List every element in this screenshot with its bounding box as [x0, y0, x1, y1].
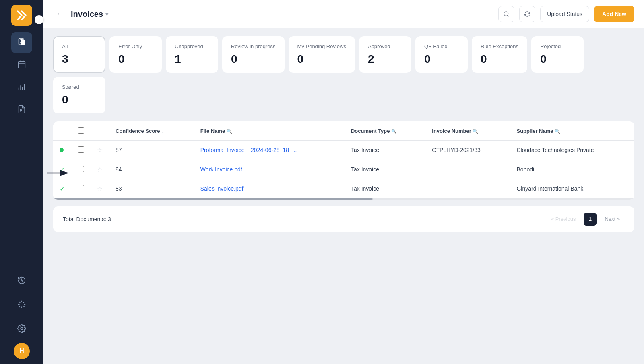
page-content: All 3 Error Only 0 Unapproved 1 Review i…: [43, 28, 644, 364]
row-invoice-2: [425, 179, 510, 198]
sidebar-item-documents[interactable]: [11, 32, 32, 53]
row-filename-1[interactable]: Work Invoice.pdf: [194, 160, 345, 179]
status-card-review-in-progress[interactable]: Review in progress 0: [222, 36, 285, 73]
next-page-button[interactable]: Next »: [600, 214, 625, 224]
status-card-count-unapproved: 1: [175, 53, 209, 66]
table-scrollbar[interactable]: [53, 198, 634, 200]
previous-page-button[interactable]: « Previous: [546, 214, 580, 224]
row-supplier-0: Cloudace Technologies Private: [510, 140, 634, 160]
status-card-label-unapproved: Unapproved: [175, 43, 209, 50]
pagination-bar: Total Documents: 3 « Previous 1 Next »: [53, 206, 634, 232]
row-filename-2[interactable]: Sales Invoice.pdf: [194, 179, 345, 198]
sidebar-toggle[interactable]: ›: [35, 15, 43, 24]
status-card-label-approved: Approved: [368, 43, 402, 50]
status-card-qb-failed[interactable]: QB Failed 0: [415, 36, 468, 73]
history-icon: [17, 276, 26, 286]
row-checkbox-2[interactable]: [78, 185, 84, 191]
status-check-icon: ✓: [60, 185, 65, 192]
table-row[interactable]: ✓ ☆ 84 Work Invoice.pdf Tax Invoice Bopo…: [53, 160, 634, 179]
row-status-cell: ✓: [53, 179, 71, 198]
upload-status-button[interactable]: Upload Status: [540, 6, 589, 22]
star-icon-2[interactable]: ☆: [97, 185, 103, 192]
col-star-header: [91, 121, 109, 141]
sidebar-bottom: H: [11, 271, 32, 359]
calendar-icon: [17, 60, 26, 71]
svg-point-4: [504, 12, 508, 16]
refresh-button[interactable]: [519, 6, 535, 22]
status-card-count-rejected: 0: [540, 53, 575, 66]
row-checkbox-1[interactable]: [78, 166, 84, 172]
status-card-count-qb-failed: 0: [424, 53, 459, 66]
filename-filter-icon[interactable]: 🔍: [227, 129, 232, 134]
status-card-label-starred: Starred: [62, 84, 97, 91]
sidebar-item-pdf[interactable]: [11, 100, 32, 121]
row-star-cell: ☆: [91, 179, 109, 198]
row-arrow-indicator: [47, 169, 72, 177]
col-confidence-header: Confidence Score ↓: [109, 121, 194, 141]
status-card-rejected[interactable]: Rejected 0: [531, 36, 584, 73]
status-card-count-all: 3: [62, 53, 97, 66]
row-checkbox-0[interactable]: [78, 146, 84, 153]
status-card-approved[interactable]: Approved 2: [359, 36, 411, 73]
status-card-unapproved[interactable]: Unapproved 1: [166, 36, 218, 73]
back-button[interactable]: ←: [53, 8, 66, 21]
chart-icon: [17, 82, 26, 93]
row-star-cell: ☆: [91, 160, 109, 179]
supplier-filter-icon[interactable]: 🔍: [555, 129, 560, 134]
sidebar-item-history[interactable]: [11, 271, 32, 292]
status-card-all[interactable]: All 3: [53, 36, 105, 73]
row-confidence-2: 83: [109, 179, 194, 198]
row-checkbox-cell: [71, 140, 91, 160]
col-filename-header: File Name 🔍: [194, 121, 345, 141]
main-content: ← Invoices ▾ Upload Status Add New All 3…: [43, 0, 644, 364]
invoices-table-container: Confidence Score ↓ File Name 🔍 Document …: [53, 121, 634, 200]
title-chevron[interactable]: ▾: [105, 11, 108, 17]
app-logo[interactable]: [11, 5, 32, 26]
doctype-filter-icon[interactable]: 🔍: [391, 129, 397, 134]
status-cards-row: All 3 Error Only 0 Unapproved 1 Review i…: [53, 36, 634, 113]
confidence-sort-icon[interactable]: ↓: [162, 128, 165, 134]
sidebar-item-chart[interactable]: [11, 77, 32, 98]
table-scrollbar-thumb: [53, 198, 373, 200]
sidebar-item-calendar[interactable]: [11, 55, 32, 76]
col-invoice-number-header: Invoice Number 🔍: [425, 121, 510, 141]
sidebar-item-settings[interactable]: [11, 319, 32, 340]
sidebar-nav: [11, 32, 32, 268]
col-checkbox-header: [71, 121, 91, 141]
status-card-rule-exceptions[interactable]: Rule Exceptions 0: [472, 36, 527, 73]
current-page-button[interactable]: 1: [584, 213, 597, 226]
status-card-count-rule-exceptions: 0: [481, 53, 518, 66]
status-card-error-only[interactable]: Error Only 0: [109, 36, 162, 73]
status-dot-green: [60, 148, 64, 152]
search-button[interactable]: [498, 6, 514, 22]
status-card-label-all: All: [62, 43, 97, 50]
row-confidence-0: 87: [109, 140, 194, 160]
status-card-count-review-in-progress: 0: [231, 53, 276, 66]
star-icon-0[interactable]: ☆: [97, 147, 103, 154]
row-supplier-1: Bopodi: [510, 160, 634, 179]
status-card-count-starred: 0: [62, 93, 97, 106]
table-row[interactable]: ☆ 87 Proforma_Invoice__2024-06-28_18_...…: [53, 140, 634, 160]
status-card-count-my-pending-reviews: 0: [297, 53, 346, 66]
loader-icon: [17, 300, 26, 311]
add-new-button[interactable]: Add New: [594, 6, 634, 22]
table-row[interactable]: ✓ ☆ 83 Sales Invoice.pdf Tax Invoice Gin…: [53, 179, 634, 198]
row-invoice-1: [425, 160, 510, 179]
star-icon-1[interactable]: ☆: [97, 166, 103, 173]
pdf-icon: [17, 105, 26, 116]
status-card-my-pending-reviews[interactable]: My Pending Reviews 0: [289, 36, 355, 73]
sidebar-item-loader[interactable]: [11, 295, 32, 316]
select-all-checkbox[interactable]: [78, 127, 84, 134]
col-doctype-header: Document Type 🔍: [345, 121, 425, 141]
row-filename-0[interactable]: Proforma_Invoice__2024-06-28_18_...: [194, 140, 345, 160]
invoice-filter-icon[interactable]: 🔍: [473, 129, 478, 134]
pagination-controls: « Previous 1 Next »: [546, 213, 625, 226]
invoices-table: Confidence Score ↓ File Name 🔍 Document …: [53, 121, 634, 198]
user-avatar[interactable]: H: [14, 343, 30, 359]
row-checkbox-cell: [71, 160, 91, 179]
status-card-label-review-in-progress: Review in progress: [231, 43, 276, 50]
row-supplier-2: Ginyard International Bank: [510, 179, 634, 198]
status-card-starred[interactable]: Starred 0: [53, 77, 105, 113]
row-invoice-0: CTPLHYD-2021/33: [425, 140, 510, 160]
svg-rect-2: [19, 61, 25, 68]
